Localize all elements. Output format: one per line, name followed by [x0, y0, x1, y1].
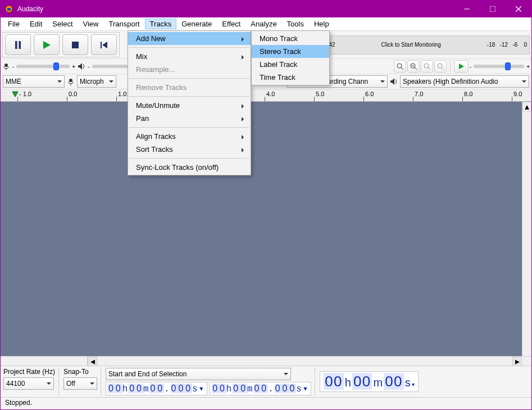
menu-tools[interactable]: Tools	[282, 19, 309, 29]
play-button[interactable]	[34, 34, 60, 55]
addnew-menu-item[interactable]: Mono Track	[252, 32, 329, 45]
recording-volume-slider[interactable]: -+	[2, 62, 75, 70]
titlebar: Audacity	[1, 1, 531, 17]
svg-marker-27	[390, 78, 394, 85]
svg-rect-9	[72, 42, 79, 48]
play-at-speed-button[interactable]	[454, 60, 469, 73]
menu-generate[interactable]: Generate	[176, 19, 217, 29]
selection-start-timecode[interactable]: 00h00m00.000s▾	[106, 382, 207, 395]
fit-project-button[interactable]	[434, 60, 447, 73]
mic-icon	[2, 62, 10, 70]
svg-marker-8	[43, 41, 51, 49]
status-text: Stopped.	[5, 399, 32, 407]
app-icon	[1, 4, 17, 13]
zoom-out-button[interactable]	[407, 60, 420, 73]
svg-rect-3	[490, 6, 495, 12]
menu-help[interactable]: Help	[309, 19, 334, 29]
timeline-tick-label: 8.0	[464, 91, 472, 97]
stop-button[interactable]	[62, 34, 88, 55]
timeline-tick-label: 9.0	[513, 91, 522, 97]
svg-marker-24	[459, 64, 464, 69]
svg-line-23	[442, 67, 444, 70]
tracks-menu-item[interactable]: Mix	[128, 50, 251, 63]
snap-to-combo[interactable]: Off	[63, 377, 97, 390]
audio-host-combo[interactable]: MME	[3, 75, 65, 88]
menu-tracks[interactable]: Tracks	[145, 19, 177, 29]
tracks-menu-item[interactable]: Sync-Lock Tracks (on/off)	[128, 161, 251, 174]
speaker-icon	[78, 62, 85, 70]
meter-tick: -18 -12 -6 0	[487, 42, 527, 48]
svg-rect-10	[101, 42, 102, 48]
recording-meter[interactable]: -42 Click to Start Monitoring -18 -12 -6…	[324, 35, 530, 55]
maximize-button[interactable]	[480, 1, 506, 17]
timeline-tick-label: 6.0	[365, 91, 374, 97]
svg-point-15	[397, 64, 402, 68]
playback-speed-slider[interactable]: -+	[470, 60, 530, 73]
meter-click-text: Click to Start Monitoring	[335, 42, 486, 48]
svg-marker-14	[78, 63, 82, 70]
zoom-in-button[interactable]	[394, 60, 406, 73]
tracks-menu-item[interactable]: Sort Tracks	[128, 143, 251, 156]
selection-end-timecode[interactable]: 00h00m00.000s▾	[210, 382, 311, 395]
recording-device-combo[interactable]: Microph	[77, 75, 116, 88]
menu-effect[interactable]: Effect	[217, 19, 245, 29]
timeline-tick-label: 4.0	[266, 91, 275, 97]
selection-mode-combo[interactable]: Start and End of Selection	[106, 368, 291, 380]
svg-point-22	[438, 64, 442, 68]
svg-line-21	[428, 67, 430, 70]
tracks-menu-item[interactable]: Mute/Unmute	[128, 99, 251, 112]
timeline-tick-label: 7.0	[415, 91, 423, 97]
svg-marker-11	[102, 42, 107, 48]
pause-button[interactable]	[5, 34, 31, 55]
menu-edit[interactable]: Edit	[25, 19, 47, 29]
svg-point-20	[424, 64, 429, 68]
horizontal-scrollbar[interactable]: ◂ ▸	[1, 356, 531, 366]
addnew-menu-item[interactable]: Time Track	[252, 71, 329, 84]
menu-select[interactable]: Select	[47, 19, 78, 29]
menubar: File Edit Select View Transport Tracks G…	[1, 17, 531, 31]
selection-toolbar: Project Rate (Hz) 44100 Snap-To Off Star…	[1, 366, 531, 397]
menu-file[interactable]: File	[3, 19, 25, 29]
tracks-menu-item[interactable]: Pan	[128, 112, 251, 125]
timeline-tick-label: - 1.0	[19, 91, 31, 97]
svg-line-16	[401, 67, 403, 70]
svg-line-18	[415, 67, 417, 70]
vertical-scrollbar[interactable]: ▴	[522, 102, 531, 356]
timeline-tick-label: 0.0	[69, 91, 77, 97]
tracks-menu-item: Resample...	[128, 63, 251, 76]
fit-selection-button[interactable]	[421, 60, 433, 73]
track-area[interactable]	[1, 102, 522, 356]
addnew-menu-item[interactable]: Stereo Track	[252, 45, 329, 58]
menu-view[interactable]: View	[78, 19, 104, 29]
svg-point-25	[69, 79, 72, 82]
speaker-icon	[390, 78, 398, 85]
svg-marker-28	[12, 92, 18, 97]
svg-rect-7	[19, 41, 21, 49]
tracks-menu-item[interactable]: Align Tracks	[128, 130, 251, 143]
snap-to-label: Snap-To	[63, 368, 97, 376]
menu-transport[interactable]: Transport	[103, 19, 144, 29]
tracks-menu-item[interactable]: Add New	[128, 32, 251, 45]
timeline-tick-label: 1.0	[118, 91, 126, 97]
tracks-menu-item: Remove Tracks	[128, 81, 251, 94]
menu-analyze[interactable]: Analyze	[245, 19, 281, 29]
svg-rect-1	[7, 8, 11, 11]
close-button[interactable]	[506, 1, 531, 17]
mic-icon	[67, 78, 75, 85]
project-rate-label: Project Rate (Hz)	[3, 368, 55, 376]
window-title: Audacity	[17, 1, 43, 17]
svg-rect-6	[15, 41, 17, 49]
tracks-dropdown: Add NewMixResample...Remove TracksMute/U…	[128, 30, 251, 175]
audio-position-timecode[interactable]: 00h 00m 00s▾	[320, 371, 418, 392]
timeline-tick-label: 5.0	[316, 91, 324, 97]
timeline-ruler[interactable]: - 1.00.01.02.03.04.05.06.07.08.09.0	[1, 89, 531, 102]
skip-to-start-button[interactable]	[91, 34, 117, 55]
add-new-submenu: Mono TrackStereo TrackLabel TrackTime Tr…	[251, 30, 330, 85]
statusbar: Stopped.	[1, 397, 531, 409]
svg-point-12	[4, 64, 8, 67]
addnew-menu-item[interactable]: Label Track	[252, 58, 329, 71]
playback-device-combo[interactable]: Speakers (High Definition Audio	[400, 75, 529, 88]
project-rate-combo[interactable]: 44100	[3, 377, 54, 390]
minimize-button[interactable]	[454, 1, 480, 17]
